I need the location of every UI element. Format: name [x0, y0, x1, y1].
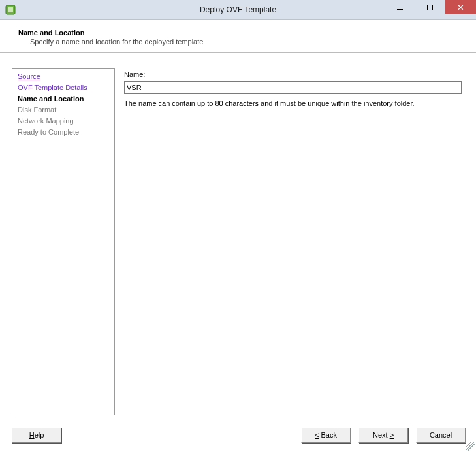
wizard-steps-sidebar: Source OVF Template Details Name and Loc… — [12, 68, 115, 415]
back-text: Back — [319, 431, 337, 439]
step-source[interactable]: Source — [18, 71, 109, 82]
page-subtitle: Specify a name and location for the depl… — [30, 38, 463, 46]
app-icon — [5, 5, 16, 15]
minimize-icon — [397, 9, 403, 10]
name-hint: The name can contain up to 80 characters… — [124, 99, 462, 107]
step-ovf-template-details[interactable]: OVF Template Details — [18, 82, 109, 93]
help-rest: elp — [35, 431, 44, 439]
wizard-body: Source OVF Template Details Name and Loc… — [12, 68, 466, 415]
name-label: Name: — [124, 71, 462, 78]
minimize-button[interactable] — [385, 0, 415, 14]
wizard-header: Name and Location Specify a name and loc… — [0, 20, 476, 53]
next-button[interactable]: Next > — [358, 428, 408, 443]
wizard-footer: Help < Back Next > Cancel — [12, 426, 466, 444]
step-ready-to-complete: Ready to Complete — [18, 127, 109, 138]
close-button[interactable]: ✕ — [445, 0, 476, 14]
resize-grip[interactable] — [466, 442, 475, 451]
next-underline: > — [390, 431, 394, 439]
page-title: Name and Location — [18, 29, 463, 37]
wizard-content: Name: The name can contain up to 80 char… — [115, 68, 466, 415]
svg-rect-1 — [8, 7, 13, 12]
back-button[interactable]: < Back — [301, 428, 351, 443]
name-input[interactable] — [124, 81, 462, 94]
help-underline: H — [29, 431, 35, 439]
cancel-button[interactable]: Cancel — [416, 428, 466, 443]
maximize-icon — [427, 5, 433, 10]
next-text: Next — [373, 431, 390, 439]
maximize-button[interactable] — [415, 0, 445, 14]
close-icon: ✕ — [457, 3, 464, 12]
step-disk-format: Disk Format — [18, 105, 109, 116]
step-network-mapping: Network Mapping — [18, 116, 109, 127]
help-button[interactable]: Help — [12, 428, 61, 443]
step-name-and-location: Name and Location — [18, 93, 109, 105]
titlebar: Deploy OVF Template ✕ — [0, 0, 476, 20]
window-controls: ✕ — [385, 0, 476, 14]
